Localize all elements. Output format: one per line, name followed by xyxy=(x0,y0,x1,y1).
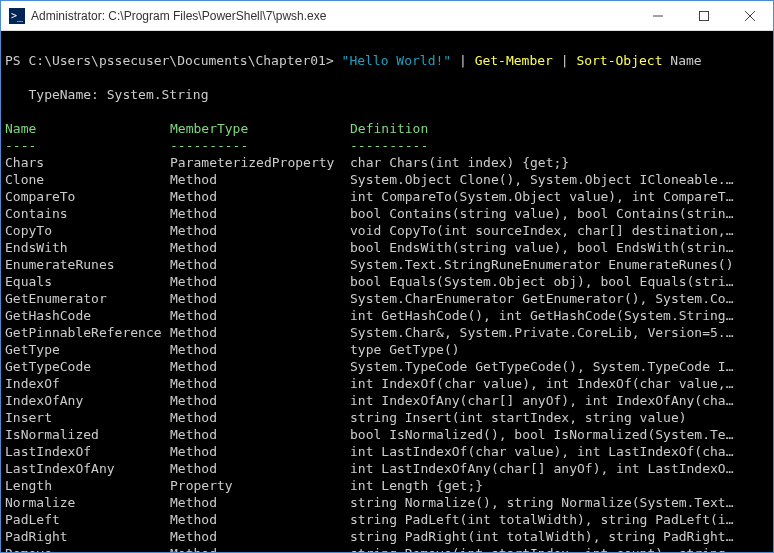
member-type: ParameterizedProperty xyxy=(170,154,350,171)
member-definition: string PadRight(int totalWidth), string … xyxy=(350,528,770,545)
member-definition: string Normalize(), string Normalize(Sys… xyxy=(350,494,770,511)
table-row: LengthPropertyint Length {get;} xyxy=(5,478,770,493)
member-type: Property xyxy=(170,477,350,494)
member-type: Method xyxy=(170,443,350,460)
close-button[interactable] xyxy=(727,1,773,30)
table-row: EnumerateRunesMethodSystem.Text.StringRu… xyxy=(5,257,770,272)
table-row: GetTypeCodeMethodSystem.TypeCode GetType… xyxy=(5,359,770,374)
member-type: Method xyxy=(170,358,350,375)
member-definition: System.CharEnumerator GetEnumerator(), S… xyxy=(350,290,770,307)
member-definition: int GetHashCode(), int GetHashCode(Syste… xyxy=(350,307,770,324)
svg-rect-1 xyxy=(700,11,709,20)
member-type: Method xyxy=(170,222,350,239)
prompt-path: PS C:\Users\pssecuser\Documents\Chapter0… xyxy=(5,53,334,68)
member-type: Method xyxy=(170,545,350,552)
typename-line: TypeName: System.String xyxy=(5,87,209,102)
table-row: CompareToMethodint CompareTo(System.Obje… xyxy=(5,189,770,204)
window-controls xyxy=(635,1,773,30)
table-row: CharsParameterizedPropertychar Chars(int… xyxy=(5,155,770,170)
member-definition: type GetType() xyxy=(350,341,770,358)
table-row: PadRightMethodstring PadRight(int totalW… xyxy=(5,529,770,544)
member-type: Method xyxy=(170,307,350,324)
cmd-get-member: Get-Member xyxy=(475,53,553,68)
member-definition: int LastIndexOf(char value), int LastInd… xyxy=(350,443,770,460)
table-row: CopyToMethodvoid CopyTo(int sourceIndex,… xyxy=(5,223,770,238)
member-definition: System.Object Clone(), System.Object ICl… xyxy=(350,171,770,188)
member-definition: int LastIndexOfAny(char[] anyOf), int La… xyxy=(350,460,770,477)
divider-type: ---------- xyxy=(170,137,350,154)
member-type: Method xyxy=(170,494,350,511)
member-name: Chars xyxy=(5,154,170,171)
table-row: EqualsMethodbool Equals(System.Object ob… xyxy=(5,274,770,289)
member-definition: void CopyTo(int sourceIndex, char[] dest… xyxy=(350,222,770,239)
member-type: Method xyxy=(170,239,350,256)
member-name: PadLeft xyxy=(5,511,170,528)
table-row: GetPinnableReferenceMethodSystem.Char&, … xyxy=(5,325,770,340)
header-name: Name xyxy=(5,120,170,137)
member-type: Method xyxy=(170,375,350,392)
member-name: LastIndexOfAny xyxy=(5,460,170,477)
table-row: LastIndexOfMethodint LastIndexOf(char va… xyxy=(5,444,770,459)
member-type: Method xyxy=(170,528,350,545)
member-type: Method xyxy=(170,409,350,426)
member-definition: char Chars(int index) {get;} xyxy=(350,154,770,171)
member-name: IsNormalized xyxy=(5,426,170,443)
member-type: Method xyxy=(170,460,350,477)
member-definition: bool Equals(System.Object obj), bool Equ… xyxy=(350,273,770,290)
member-name: PadRight xyxy=(5,528,170,545)
member-name: Remove xyxy=(5,545,170,552)
member-definition: int IndexOfAny(char[] anyOf), int IndexO… xyxy=(350,392,770,409)
blank-line xyxy=(5,70,13,85)
table-row: LastIndexOfAnyMethodint LastIndexOfAny(c… xyxy=(5,461,770,476)
column-headers: NameMemberTypeDefinition xyxy=(5,121,770,136)
member-type: Method xyxy=(170,392,350,409)
maximize-button[interactable] xyxy=(681,1,727,30)
header-membertype: MemberType xyxy=(170,120,350,137)
member-definition: System.Char&, System.Private.CoreLib, Ve… xyxy=(350,324,770,341)
app-icon: >_ xyxy=(9,8,25,24)
member-name: GetHashCode xyxy=(5,307,170,324)
table-row: PadLeftMethodstring PadLeft(int totalWid… xyxy=(5,512,770,527)
table-row: IndexOfMethodint IndexOf(char value), in… xyxy=(5,376,770,391)
header-definition: Definition xyxy=(350,120,770,137)
member-definition: bool IsNormalized(), bool IsNormalized(S… xyxy=(350,426,770,443)
member-rows: CharsParameterizedPropertychar Chars(int… xyxy=(5,154,769,552)
member-name: CompareTo xyxy=(5,188,170,205)
table-row: ContainsMethodbool Contains(string value… xyxy=(5,206,770,221)
member-definition: string Insert(int startIndex, string val… xyxy=(350,409,770,426)
minimize-button[interactable] xyxy=(635,1,681,30)
divider-def: ---------- xyxy=(350,137,770,154)
table-row: EndsWithMethodbool EndsWith(string value… xyxy=(5,240,770,255)
cmd-arg: Name xyxy=(662,53,701,68)
member-name: Normalize xyxy=(5,494,170,511)
member-definition: System.Text.StringRuneEnumerator Enumera… xyxy=(350,256,770,273)
blank-line xyxy=(5,104,13,119)
table-row: IsNormalizedMethodbool IsNormalized(), b… xyxy=(5,427,770,442)
column-divider: ------------------------ xyxy=(5,138,770,153)
cmd-string-literal: "Hello World!" xyxy=(342,53,452,68)
member-name: GetTypeCode xyxy=(5,358,170,375)
member-name: GetPinnableReference xyxy=(5,324,170,341)
member-type: Method xyxy=(170,511,350,528)
member-type: Method xyxy=(170,290,350,307)
table-row: InsertMethodstring Insert(int startIndex… xyxy=(5,410,770,425)
titlebar[interactable]: >_ Administrator: C:\Program Files\Power… xyxy=(1,1,773,31)
member-type: Method xyxy=(170,324,350,341)
member-definition: int IndexOf(char value), int IndexOf(cha… xyxy=(350,375,770,392)
prompt-line: PS C:\Users\pssecuser\Documents\Chapter0… xyxy=(5,53,702,68)
member-name: Contains xyxy=(5,205,170,222)
table-row: GetEnumeratorMethodSystem.CharEnumerator… xyxy=(5,291,770,306)
divider-name: ---- xyxy=(5,137,170,154)
table-row: CloneMethodSystem.Object Clone(), System… xyxy=(5,172,770,187)
member-name: Length xyxy=(5,477,170,494)
member-name: LastIndexOf xyxy=(5,443,170,460)
member-definition: int CompareTo(System.Object value), int … xyxy=(350,188,770,205)
member-type: Method xyxy=(170,188,350,205)
table-row: GetTypeMethodtype GetType() xyxy=(5,342,770,357)
terminal-output[interactable]: PS C:\Users\pssecuser\Documents\Chapter0… xyxy=(1,31,773,552)
member-definition: string Remove(int startIndex, int count)… xyxy=(350,545,770,552)
member-definition: System.TypeCode GetTypeCode(), System.Ty… xyxy=(350,358,770,375)
member-name: Clone xyxy=(5,171,170,188)
table-row: NormalizeMethodstring Normalize(), strin… xyxy=(5,495,770,510)
member-definition: bool Contains(string value), bool Contai… xyxy=(350,205,770,222)
